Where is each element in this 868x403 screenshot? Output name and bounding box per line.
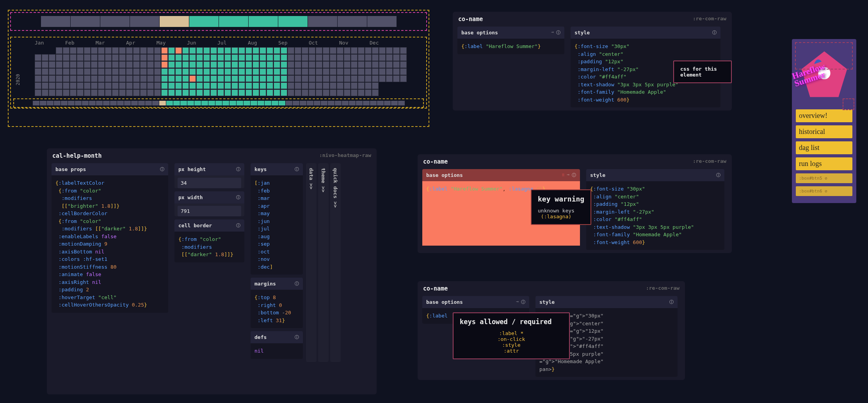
defs-section: defsⓘ nil <box>251 331 303 359</box>
warn-icon[interactable]: ≡ <box>562 172 565 178</box>
section-title: margins <box>254 281 276 287</box>
style-code: {:font-size "30px" :align "center" :padd… <box>586 181 724 250</box>
section-title: style <box>539 299 555 305</box>
keys-allowed-tooltip: keys allowed / required :label *:on-clic… <box>453 312 570 359</box>
section-title: base options <box>426 299 463 305</box>
section-title: base props <box>55 166 86 172</box>
year-label: 2020 <box>15 74 21 86</box>
coname-panel-1: co-name :re-com-raw base options⊸ⓘ {:lab… <box>453 12 732 111</box>
info-icon[interactable]: ⓘ <box>556 30 560 36</box>
base-options-code: {:label "Hareflow Summer"} <box>457 39 564 54</box>
section-title: style <box>590 172 605 178</box>
section-title: keys <box>254 166 267 172</box>
info-icon[interactable]: ⓘ <box>712 30 717 36</box>
margins-section: marginsⓘ {:top 8 :right 0 :bottom -20 :l… <box>251 278 303 328</box>
panel-title: co-name <box>423 285 448 292</box>
info-icon[interactable]: ⓘ <box>236 223 240 228</box>
coname-panel-2: co-name :re-com-raw base options≡⊸ⓘ {:la… <box>418 154 732 253</box>
info-icon[interactable]: ⓘ <box>236 166 240 172</box>
px-height-section: px heightⓘ 34 <box>174 163 244 188</box>
keys-section: keysⓘ [:jan :feb :mar :apr :may :jun :ju… <box>251 163 303 275</box>
section-title: cell border <box>178 223 212 228</box>
section-title: px width <box>178 194 203 200</box>
px-width-input[interactable]: 791 <box>178 206 241 216</box>
section-title: defs <box>254 334 267 340</box>
preview-btn-5[interactable]: :box#btn6 ⊘ <box>796 186 852 196</box>
tab-theme[interactable]: theme >> <box>318 163 329 362</box>
info-icon[interactable]: ⓘ <box>295 166 299 172</box>
preview-btn-0[interactable]: overview! <box>796 109 852 122</box>
key-warning-tooltip: key warning unknown keys (:lasagna) <box>531 189 591 225</box>
info-icon[interactable]: ⓘ <box>716 172 720 178</box>
px-width-section: px widthⓘ 791 <box>174 191 244 216</box>
preview-buttons: overview!historicaldag listrun logs:box#… <box>792 109 856 196</box>
key-icon[interactable]: ⊸ <box>567 172 569 178</box>
info-icon[interactable]: ⓘ <box>295 281 299 287</box>
px-height-input[interactable]: 34 <box>178 178 241 188</box>
mini-heatmap-row <box>10 12 427 31</box>
month-labels: JanFebMarAprMayJunJulAugSepOctNovDec <box>35 40 424 46</box>
style-section: styleⓘ {:font-size "30px" :align "center… <box>586 169 724 250</box>
tab-data[interactable]: data >> <box>306 163 317 362</box>
preview-btn-1[interactable]: historical <box>796 125 852 138</box>
info-icon[interactable]: ⓘ <box>521 299 525 305</box>
preview-btn-3[interactable]: run logs <box>796 157 852 170</box>
info-icon[interactable]: ⓘ <box>236 194 240 200</box>
key-icon[interactable]: ⊸ <box>551 30 554 36</box>
panel-title: cal-help-month <box>52 152 101 159</box>
section-title: px height <box>178 166 206 172</box>
info-icon[interactable]: ⓘ <box>295 334 299 340</box>
cell-border-section: cell borderⓘ {:from "color" :modifiers [… <box>174 219 244 262</box>
css-tooltip: css for this element <box>673 61 732 83</box>
base-props-section: base propsⓘ {:labelTextColor {:from "col… <box>52 163 168 313</box>
panel-type: :nivo-heatmap-raw <box>319 152 371 159</box>
preview-btn-2[interactable]: dag list <box>796 141 852 154</box>
margins-code: {:top 8 :right 0 :bottom -20 :left 31} <box>251 290 303 328</box>
panel-type: :re-com-raw <box>693 158 726 165</box>
panel-type: :re-com-raw <box>693 16 726 23</box>
tooltip-keys: (:lasagna) <box>541 214 571 219</box>
cal-help-panel: cal-help-month :nivo-heatmap-raw base pr… <box>47 148 377 394</box>
preview-btn-4[interactable]: :box#btn5 ⊘ <box>796 173 852 183</box>
panel-type: :re-com-raw <box>646 285 679 292</box>
main-heatmap: JanFebMarAprMayJunJulAugSepOctNovDec 202… <box>10 37 427 109</box>
section-title: base options <box>426 172 463 178</box>
base-props-code: {:labelTextColor {:from "color" :modifie… <box>52 175 168 313</box>
tooltip-title: key warning <box>538 195 584 203</box>
key-icon[interactable]: ⊸ <box>516 299 519 305</box>
info-icon[interactable]: ⓘ <box>669 299 674 305</box>
panel-title: co-name <box>423 158 448 165</box>
preview-sidebar: Hareflow Summer overview!historicaldag l… <box>792 39 856 203</box>
tooltip-title: keys allowed / required <box>460 318 563 326</box>
cell-border-code: {:from "color" :modifiers [["darker" 1.8… <box>174 232 244 262</box>
panel-title: co-name <box>458 16 483 23</box>
coname-panel-3: co-name :re-com-raw base options⊸ⓘ {:lab… <box>418 281 685 380</box>
base-options-section: base options⊸ⓘ {:label "Hareflow Summer"… <box>457 27 564 54</box>
info-icon[interactable]: ⓘ <box>572 172 576 178</box>
tab-docs[interactable]: quick docs >> <box>330 163 341 362</box>
info-icon[interactable]: ⓘ <box>160 166 164 172</box>
tooltip-sub: unknown keys <box>538 208 575 214</box>
mini-heatmap-row2 <box>13 98 424 108</box>
preview-logo: Hareflow Summer <box>792 39 856 109</box>
heatmap-grid <box>35 47 424 96</box>
defs-value: nil <box>251 343 303 359</box>
section-title: style <box>575 30 590 36</box>
calendar-heatmap: JanFebMarAprMayJunJulAugSepOctNovDec 202… <box>8 10 429 127</box>
tooltip-keys: :label *:on-click:style:attr <box>460 330 563 354</box>
keys-code: [:jan :feb :mar :apr :may :jun :jul :aug… <box>251 175 303 275</box>
section-title: base options <box>461 30 498 36</box>
